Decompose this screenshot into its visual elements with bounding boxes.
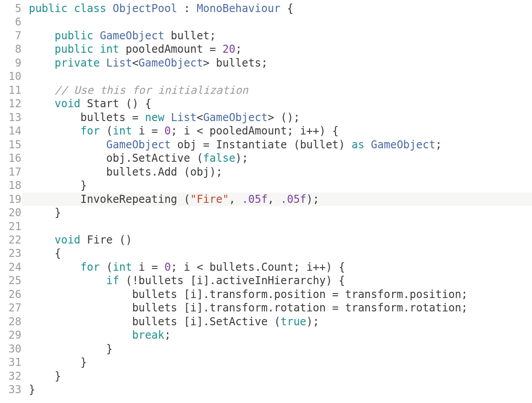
token-k: private (54, 57, 100, 69)
token-p (80, 97, 87, 110)
token-id: rotation (274, 302, 326, 314)
token-p: ; (287, 125, 300, 137)
code-line[interactable]: } (22, 179, 532, 192)
line-number: 28 (0, 315, 21, 328)
token-id: bullets (209, 261, 255, 273)
token-p: ); (306, 315, 319, 328)
code-line[interactable]: bullets.Add (obj); (22, 165, 532, 179)
code-line[interactable]: bullets [i].SetActive (true); (22, 315, 532, 328)
token-p: < (190, 125, 209, 137)
code-line[interactable]: for (int i = 0; i < bullets.Count; i++) … (22, 260, 532, 274)
code-line[interactable]: void Fire () (22, 233, 532, 247)
code-line[interactable]: obj.SetActive (false); (22, 151, 532, 165)
token-p: . (151, 166, 158, 178)
token-p: = (197, 139, 216, 151)
line-number: 19 (0, 193, 21, 206)
token-id: transform (209, 288, 268, 301)
token-p: ; (461, 288, 468, 301)
code-line[interactable]: } (22, 369, 532, 383)
line-number: 29 (0, 328, 21, 342)
code-line[interactable]: GameObject obj = Instantiate (bullet) as… (22, 138, 532, 151)
token-id: bullets (138, 274, 184, 287)
code-line[interactable]: if (!bullets [i].activeInHierarchy) { (22, 274, 532, 287)
token-p: ; (164, 329, 171, 341)
code-area[interactable]: public class ObjectPool : MonoBehaviour … (22, 2, 532, 397)
code-line[interactable]: InvokeRepeating ("Fire", .05f, .05f); (22, 193, 532, 206)
token-n: .05f (281, 193, 306, 206)
code-line[interactable] (22, 220, 532, 233)
code-line[interactable]: } (22, 206, 532, 219)
token-p: ); (306, 193, 319, 206)
code-line[interactable]: public class ObjectPool : MonoBehaviour … (22, 2, 532, 15)
token-p: ; (461, 302, 468, 314)
token-t: List (106, 57, 132, 69)
line-number: 32 (0, 369, 21, 383)
token-p: { (281, 2, 293, 15)
line-number: 13 (0, 111, 21, 124)
token-p: = (126, 111, 145, 124)
token-k: as (352, 139, 364, 151)
token-p: < (132, 57, 138, 69)
token-p (93, 29, 100, 42)
token-p: ( (100, 125, 113, 137)
line-number: 18 (0, 179, 21, 192)
token-p: [ (177, 302, 190, 314)
token-k: if (106, 274, 119, 287)
token-t: List (171, 111, 197, 124)
code-line[interactable]: bullets [i].transform.position = transfo… (22, 288, 532, 301)
token-p: < (197, 111, 203, 124)
code-line[interactable]: { (22, 247, 532, 260)
code-line[interactable]: bullets = new List<GameObject> (); (22, 111, 532, 124)
token-p: ( (287, 139, 300, 151)
token-k: void (54, 97, 80, 110)
token-p: > (203, 57, 216, 69)
code-line[interactable]: } (22, 356, 532, 369)
token-k: public (54, 43, 93, 55)
token-id: obj (190, 166, 209, 178)
token-id: position (410, 288, 461, 301)
token-id: bullets (216, 57, 261, 69)
code-line[interactable]: public GameObject bullet; (22, 29, 532, 42)
token-k: class (74, 2, 106, 15)
token-k: int (100, 43, 119, 55)
token-p: ) (339, 139, 352, 151)
code-line[interactable] (22, 70, 532, 83)
token-p: ; (171, 125, 184, 137)
line-number: 31 (0, 356, 21, 369)
code-line[interactable]: break; (22, 328, 532, 342)
token-p (364, 139, 371, 151)
token-p (164, 111, 171, 124)
code-line[interactable] (22, 15, 532, 29)
token-p: < (190, 261, 209, 273)
token-k: for (80, 125, 100, 137)
code-editor[interactable]: 5678910111213141516171819202122232425262… (0, 0, 532, 397)
token-id: i (184, 125, 190, 137)
code-line[interactable]: private List<GameObject> bullets; (22, 56, 532, 70)
token-id: Add (158, 166, 177, 178)
token-c: // Use this for initialization (54, 84, 248, 97)
token-p: () { (119, 97, 151, 110)
code-line[interactable]: for (int i = 0; i < pooledAmount; i++) { (22, 124, 532, 138)
token-p: . (403, 288, 410, 301)
token-p: ]. (197, 315, 209, 328)
line-number: 25 (0, 274, 21, 287)
token-p: = (145, 261, 164, 273)
line-number: 20 (0, 206, 21, 219)
code-line[interactable]: } (22, 383, 532, 396)
code-line[interactable]: // Use this for initialization (22, 84, 532, 97)
token-p (67, 2, 74, 15)
token-k: int (113, 261, 132, 273)
code-line[interactable]: void Start () { (22, 97, 532, 110)
token-p: ++) { (313, 261, 345, 273)
line-number: 10 (0, 70, 21, 83)
code-line[interactable]: bullets [i].transform.rotation = transfo… (22, 301, 532, 315)
token-b: true (281, 315, 306, 328)
token-id: transform (345, 288, 403, 301)
code-line[interactable]: public int pooledAmount = 20; (22, 42, 532, 56)
code-line[interactable]: } (22, 342, 532, 356)
line-number: 9 (0, 56, 21, 70)
token-s: "Fire" (190, 193, 229, 206)
line-number: 6 (0, 15, 21, 29)
token-p (132, 125, 138, 137)
token-id: transform (345, 302, 403, 314)
